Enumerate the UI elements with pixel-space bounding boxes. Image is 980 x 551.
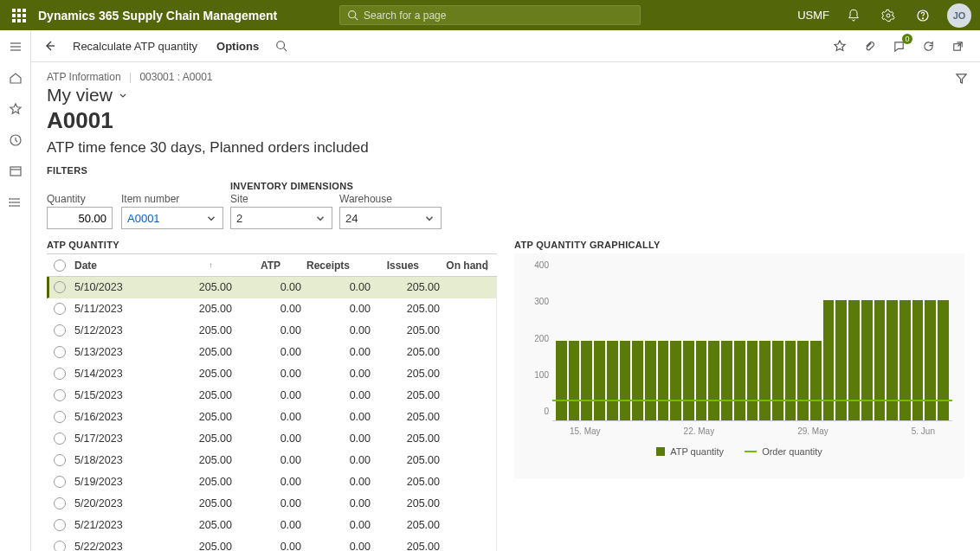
chart-bar xyxy=(683,341,694,420)
row-radio[interactable] xyxy=(54,497,66,509)
cell-date: 5/11/2023 xyxy=(73,303,151,315)
row-radio[interactable] xyxy=(54,389,66,401)
row-radio[interactable] xyxy=(54,368,66,380)
row-radio[interactable] xyxy=(54,541,66,551)
item-number-field[interactable]: A0001 xyxy=(121,207,223,229)
col-atp[interactable]: ATP xyxy=(220,259,289,272)
hamburger-icon[interactable] xyxy=(8,39,23,54)
col-issues[interactable]: Issues xyxy=(358,259,428,272)
global-search[interactable]: Search for a page xyxy=(339,5,641,25)
cell-onhand: 205.00 xyxy=(379,346,448,358)
table-row[interactable]: 5/18/2023 205.00 0.00 0.00 205.00 xyxy=(47,450,496,471)
more-columns-icon[interactable]: ⋮ xyxy=(481,259,492,271)
chevron-down-icon xyxy=(423,212,435,224)
col-date[interactable]: Date xyxy=(73,259,151,272)
table-row[interactable]: 5/20/2023 205.00 0.00 0.00 205.00 xyxy=(47,493,496,515)
row-radio[interactable] xyxy=(54,281,66,293)
filters-heading: FILTERS xyxy=(47,165,964,176)
svg-point-15 xyxy=(10,202,10,203)
home-icon[interactable] xyxy=(8,70,23,86)
cell-receipts: 0.00 xyxy=(241,454,310,466)
refresh-icon[interactable] xyxy=(919,37,937,54)
table-row[interactable]: 5/10/2023 205.00 0.00 0.00 205.00 xyxy=(47,277,496,298)
chart-bar xyxy=(785,341,796,420)
user-avatar[interactable]: JO xyxy=(947,3,971,28)
svg-rect-9 xyxy=(10,167,21,176)
quantity-field[interactable] xyxy=(47,207,113,229)
table-row[interactable]: 5/22/2023 205.00 0.00 0.00 205.00 xyxy=(47,536,496,551)
inventory-dimensions-heading: INVENTORY DIMENSIONS xyxy=(230,181,964,191)
row-radio[interactable] xyxy=(54,432,66,445)
table-row[interactable]: 5/11/2023 205.00 0.00 0.00 205.00 xyxy=(47,298,496,320)
table-row[interactable]: 5/19/2023 205.00 0.00 0.00 205.00 xyxy=(47,471,496,493)
app-launcher-icon[interactable] xyxy=(0,0,38,30)
row-radio[interactable] xyxy=(54,346,66,358)
popout-icon[interactable] xyxy=(949,37,966,54)
row-radio[interactable] xyxy=(54,476,66,488)
breadcrumb-record: 003001 : A0001 xyxy=(139,71,212,83)
row-radio[interactable] xyxy=(54,324,66,336)
cell-receipts: 0.00 xyxy=(241,541,310,551)
row-radio[interactable] xyxy=(54,303,66,315)
chart-bar xyxy=(569,341,580,420)
view-selector[interactable]: My view xyxy=(47,85,964,106)
select-all-radio[interactable] xyxy=(54,259,66,272)
sort-ascending-icon: ↑ xyxy=(209,260,213,270)
back-button[interactable] xyxy=(40,36,59,55)
cell-date: 5/19/2023 xyxy=(73,476,151,488)
breadcrumb-page: ATP Information xyxy=(47,71,121,83)
modules-icon[interactable] xyxy=(8,195,23,210)
table-row[interactable]: 5/16/2023 205.00 0.00 0.00 205.00 xyxy=(47,407,496,428)
message-badge: 0 xyxy=(902,34,912,44)
chart-bar xyxy=(887,300,898,420)
cell-onhand: 205.00 xyxy=(379,303,448,315)
row-radio[interactable] xyxy=(54,411,66,423)
cell-issues: 0.00 xyxy=(310,476,379,488)
atp-quantity-heading: ATP QUANTITY xyxy=(47,240,497,250)
table-row[interactable]: 5/15/2023 205.00 0.00 0.00 205.00 xyxy=(47,385,496,407)
filter-icon[interactable] xyxy=(955,72,968,85)
copilot-icon[interactable] xyxy=(831,37,848,54)
recalculate-atp-button[interactable]: Recalculate ATP quantity xyxy=(68,36,203,56)
cell-date: 5/21/2023 xyxy=(73,519,151,531)
chart-bar xyxy=(899,300,911,420)
row-radio[interactable] xyxy=(54,519,66,531)
search-icon xyxy=(347,10,358,21)
favorites-icon[interactable] xyxy=(8,101,23,117)
recent-icon[interactable] xyxy=(8,132,23,148)
quantity-input[interactable] xyxy=(53,212,106,225)
chart-bar xyxy=(823,300,835,420)
cell-onhand: 205.00 xyxy=(379,411,448,423)
item-number-label: Item number xyxy=(121,193,223,205)
cell-date: 5/20/2023 xyxy=(73,497,151,509)
cell-issues: 0.00 xyxy=(310,281,379,293)
warehouse-field[interactable]: 24 xyxy=(339,207,442,229)
cell-atp: 205.00 xyxy=(171,324,241,336)
table-row[interactable]: 5/13/2023 205.00 0.00 0.00 205.00 xyxy=(47,342,496,363)
cell-atp: 205.00 xyxy=(171,389,241,401)
cell-atp: 205.00 xyxy=(171,281,241,293)
cell-atp: 205.00 xyxy=(171,368,241,380)
help-icon[interactable] xyxy=(912,5,933,26)
row-radio[interactable] xyxy=(54,454,66,466)
options-button[interactable]: Options xyxy=(211,36,264,56)
workspaces-icon[interactable] xyxy=(8,163,23,179)
company-picker[interactable]: USMF xyxy=(797,5,829,26)
attachments-icon[interactable] xyxy=(861,37,878,54)
table-row[interactable]: 5/17/2023 205.00 0.00 0.00 205.00 xyxy=(47,428,496,450)
cell-issues: 0.00 xyxy=(310,411,379,423)
cell-atp: 205.00 xyxy=(171,411,241,423)
table-row[interactable]: 5/12/2023 205.00 0.00 0.00 205.00 xyxy=(47,320,496,342)
leftnav xyxy=(0,30,31,551)
col-receipts[interactable]: Receipts xyxy=(289,259,358,272)
messages-icon[interactable]: 0 xyxy=(890,37,907,54)
table-row[interactable]: 5/21/2023 205.00 0.00 0.00 205.00 xyxy=(47,515,496,536)
notifications-icon[interactable] xyxy=(843,5,864,26)
settings-icon[interactable] xyxy=(878,5,899,26)
action-search-icon[interactable] xyxy=(273,37,290,54)
cell-receipts: 0.00 xyxy=(241,411,310,423)
cell-onhand: 205.00 xyxy=(379,454,448,466)
site-field[interactable]: 2 xyxy=(230,207,332,229)
chart-bar xyxy=(848,300,860,420)
table-row[interactable]: 5/14/2023 205.00 0.00 0.00 205.00 xyxy=(47,363,496,385)
